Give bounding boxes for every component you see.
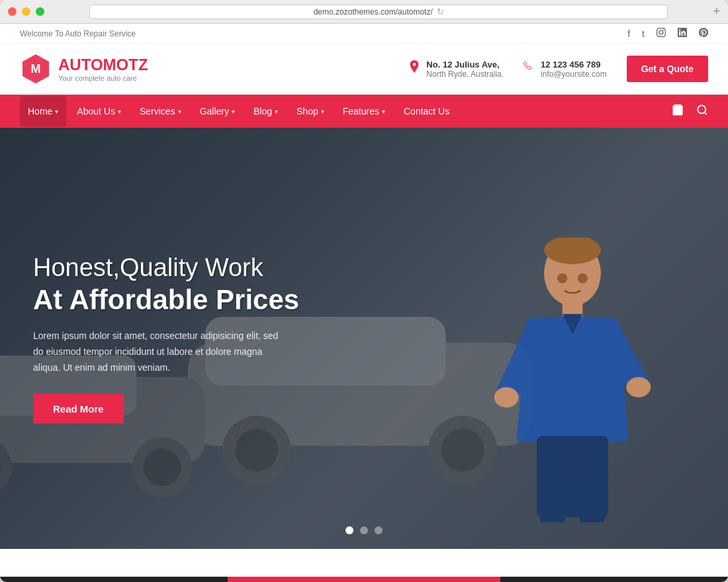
phone-text: 12 123 456 789 info@yoursite.com <box>541 60 607 79</box>
pinterest-icon[interactable] <box>699 28 708 39</box>
mechanic-figure <box>457 238 688 522</box>
chevron-down-icon: ▾ <box>232 108 235 115</box>
chevron-down-icon: ▾ <box>382 108 385 115</box>
svg-text:M: M <box>31 62 41 75</box>
welcome-text: Welcome To Auto Repair Service <box>20 29 136 38</box>
logo-area: M AUTOMOTZ Your complete auto care <box>20 53 394 85</box>
nav-links: Home ▾ About Us ▾ Services ▾ Gallery ▾ B… <box>20 96 457 126</box>
nav-item-about[interactable]: About Us ▾ <box>69 96 129 126</box>
site-header: M AUTOMOTZ Your complete auto care No. 1… <box>0 44 728 95</box>
top-bar: Welcome To Auto Repair Service f t <box>0 24 728 44</box>
slider-dot-2[interactable] <box>360 526 368 534</box>
nav-item-blog[interactable]: Blog ▾ <box>246 96 286 126</box>
main-navbar: Home ▾ About Us ▾ Services ▾ Gallery ▾ B… <box>0 95 728 128</box>
read-more-button[interactable]: Read More <box>33 394 124 424</box>
chevron-down-icon: ▾ <box>321 108 324 115</box>
header-contact: No. 12 Julius Ave, North Ryde, Australia… <box>408 56 708 82</box>
quote-button[interactable]: Get a Quote <box>627 56 708 82</box>
reload-icon[interactable]: ↻ <box>437 7 444 17</box>
nav-item-gallery[interactable]: Gallery ▾ <box>192 96 243 126</box>
brand-name: AUTOMOTZ <box>58 56 148 74</box>
maximize-btn[interactable] <box>36 7 44 16</box>
svg-point-25 <box>557 273 567 283</box>
hero-content: Honest,Quality Work At Affordable Prices… <box>33 253 299 424</box>
svg-line-4 <box>704 112 706 114</box>
chevron-down-icon: ▾ <box>118 108 121 115</box>
nav-item-features[interactable]: Features ▾ <box>335 96 393 126</box>
address-line2: North Ryde, Australia. <box>426 70 504 79</box>
hero-title-bold: At Affordable Prices <box>33 283 299 316</box>
nav-item-shop[interactable]: Shop ▾ <box>289 96 332 126</box>
below-hero-section <box>0 549 728 582</box>
address-item: No. 12 Julius Ave, North Ryde, Australia… <box>408 60 504 79</box>
svg-rect-23 <box>540 507 565 522</box>
email-address: info@yoursite.com <box>541 70 607 79</box>
svg-point-21 <box>626 377 651 397</box>
svg-point-3 <box>698 105 705 113</box>
address-bar[interactable]: demo.zozothemes.com/automotz/ ↻ <box>89 5 668 19</box>
twitter-icon[interactable]: t <box>642 28 645 39</box>
logo-text: AUTOMOTZ Your complete auto care <box>58 56 148 82</box>
linkedin-icon[interactable] <box>678 28 687 39</box>
phone-item: 12 123 456 789 info@yoursite.com <box>523 60 607 79</box>
minimize-btn[interactable] <box>22 7 30 16</box>
cart-icon[interactable] <box>671 103 684 120</box>
phone-icon <box>523 61 535 77</box>
brand-tagline: Your complete auto care <box>58 74 148 82</box>
chevron-down-icon: ▾ <box>55 108 58 115</box>
svg-rect-22 <box>537 436 608 517</box>
mac-titlebar: demo.zozothemes.com/automotz/ ↻ + <box>0 0 728 24</box>
hero-section: Honest,Quality Work At Affordable Prices… <box>0 128 728 549</box>
url-text: demo.zozothemes.com/automotz/ <box>314 7 433 17</box>
site-content: Welcome To Auto Repair Service f t <box>0 24 728 582</box>
phone-number: 12 123 456 789 <box>541 60 607 70</box>
bar-dark-1 <box>0 577 228 582</box>
svg-point-20 <box>494 387 519 408</box>
chevron-down-icon: ▾ <box>275 108 278 115</box>
svg-point-16 <box>143 448 181 486</box>
slider-dot-1[interactable] <box>345 526 353 534</box>
nav-actions <box>671 103 708 120</box>
social-links: f t <box>627 28 708 39</box>
new-tab-button[interactable]: + <box>713 5 720 19</box>
svg-rect-24 <box>580 507 605 522</box>
color-bar <box>0 577 728 582</box>
hero-slider-dots <box>345 526 383 534</box>
facebook-icon[interactable]: f <box>627 28 630 39</box>
address-line1: No. 12 Julius Ave, <box>426 60 504 70</box>
bar-dark-2 <box>500 577 728 582</box>
nav-item-home[interactable]: Home ▾ <box>20 96 66 126</box>
search-icon[interactable] <box>696 104 708 119</box>
svg-point-26 <box>578 273 588 283</box>
mac-window: demo.zozothemes.com/automotz/ ↻ + Welcom… <box>0 0 728 582</box>
nav-item-services[interactable]: Services ▾ <box>132 96 189 126</box>
slider-dot-3[interactable] <box>375 526 383 534</box>
bar-pink <box>228 577 501 582</box>
logo-icon: M <box>20 53 52 85</box>
instagram-icon[interactable] <box>657 28 666 39</box>
hero-title-light: Honest,Quality Work <box>33 253 299 283</box>
nav-item-contact[interactable]: Contact Us <box>396 96 457 126</box>
svg-point-8 <box>235 428 278 471</box>
location-icon <box>408 60 421 78</box>
chevron-down-icon: ▾ <box>178 108 181 115</box>
hero-description: Lorem ipsum dolor sit amet, consectetur … <box>33 328 285 375</box>
address-text: No. 12 Julius Ave, North Ryde, Australia… <box>426 60 504 79</box>
close-btn[interactable] <box>8 7 17 16</box>
